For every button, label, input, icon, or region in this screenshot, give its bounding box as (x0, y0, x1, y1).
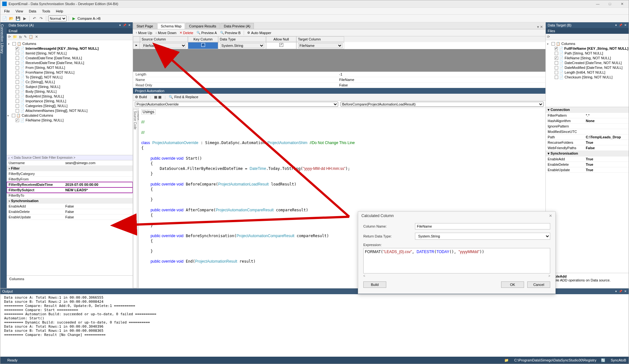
menu-help[interactable]: Help (53, 9, 66, 14)
column-name-input[interactable] (415, 223, 550, 229)
pa-find-button[interactable]: 🔍 Find & Replace (169, 95, 198, 99)
copy-icon[interactable]: 📋 (29, 35, 33, 39)
ok-button[interactable]: OK (501, 281, 524, 288)
pa-toolbar: ⚙ Build | ▦ ▦ | 🔍 Find & Replace (133, 94, 545, 101)
menubar: File View Data Tools Help (0, 8, 629, 15)
pa-method-select[interactable]: BeforeCompare(ProjectAutomationLoadResul… (341, 102, 544, 107)
toolbar-run-icon[interactable]: ▶ (22, 16, 27, 21)
refresh-icon[interactable]: ⟳ (547, 35, 550, 39)
pencil-icon[interactable]: ✎ (24, 35, 27, 39)
tab-compare-results[interactable]: Compare Results (186, 23, 220, 29)
row-indicator-icon: ▸ (133, 42, 140, 49)
dialog-title: Calculated Column (361, 214, 394, 218)
return-type-select[interactable]: System.String (415, 233, 550, 240)
sidebar-tab-connection-library[interactable]: Connection Library (0, 22, 7, 288)
menu-tools[interactable]: Tools (40, 9, 53, 14)
build-button[interactable]: Build (363, 281, 386, 288)
data-type-select[interactable]: System.String (220, 43, 264, 48)
action-move-down[interactable]: ↓Move Down (155, 31, 176, 35)
property-description: Columns (7, 275, 133, 288)
key-column-checkbox[interactable] (201, 43, 205, 47)
action-auto-mapper[interactable]: ⚙Auto Mapper (247, 31, 271, 35)
source-mini-toolbar: ⟳ 📁 fx ✎ 📋 ✕ (7, 34, 133, 40)
connection-description: EnableAdd Enable ADD operations on Data … (546, 273, 629, 288)
project-automation-header: Project Automation (133, 88, 545, 94)
property-grid[interactable]: Usernamesean@simego.comFilterFilterByCat… (7, 160, 133, 220)
delete-icon[interactable]: ✕ (35, 35, 38, 39)
close-button[interactable]: ✕ (617, 2, 627, 6)
menu-file[interactable]: File (2, 9, 12, 14)
data-target-b-header: Data Target (B) ▾📌✕ (546, 22, 629, 28)
maximize-button[interactable]: □ (605, 2, 615, 6)
app-icon (2, 2, 7, 6)
panel-pin-icon[interactable]: 📌 (123, 24, 126, 27)
pa-class-select[interactable]: ProjectAutomationOverride (135, 102, 338, 107)
refresh-icon[interactable]: ⟳ (8, 35, 11, 39)
status-path: 📁 C:\ProgramData\Simego\DataSyncStudio30… (504, 358, 596, 362)
schema-grid[interactable]: Source Column Key Column Data Type Allow… (133, 36, 545, 72)
main-toolbar: 📄 📂 💾 ▶ ↶ ↷ Normal ▶ Compare A->B (0, 15, 629, 22)
header-source-column: Source Column (140, 36, 188, 42)
target-mini-toolbar: ⟳ (546, 34, 629, 40)
connection-properties[interactable]: ▾ ConnectionFilterPattern*.*HashAlgorith… (546, 107, 629, 273)
action-preview-a[interactable]: 🔍Preview A (196, 31, 217, 35)
files-subheader: Files (546, 28, 629, 34)
column-details: Length-1NameFileNameRead OnlyFalse (133, 72, 545, 88)
schema-action-bar: ↑Move Up ↓Move Down ✕Delete 🔍Preview A 🔍… (133, 29, 545, 36)
toolbar-mode-select[interactable]: Normal (48, 16, 67, 21)
dialog-close-icon[interactable]: ✕ (549, 214, 552, 218)
titlebar: ExportEmail - Data Synchronisation Studi… (0, 0, 629, 8)
center-tabs: Start Page Schema Map Compare Results Da… (133, 22, 545, 29)
data-source-a-header: Data Source (A) ▾📌✕ (7, 22, 133, 28)
output-log[interactable]: Data source A: Total Rows:1 in 00:00:00.… (0, 294, 629, 357)
toolbar-new-icon[interactable]: 📄 (2, 16, 7, 21)
filter-expression-bar[interactable]: ⌕ < Data Source Client Side Filter Expre… (7, 155, 133, 160)
minimize-button[interactable]: — (593, 2, 603, 6)
cancel-button[interactable]: Cancel (527, 281, 550, 288)
fx-icon[interactable]: fx (19, 35, 22, 39)
status-ready: Ready (7, 358, 18, 362)
expression-label: Expression: (363, 243, 411, 247)
pa-build-button[interactable]: ⚙ Build (135, 95, 147, 99)
toolbar-redo-icon[interactable]: ↷ (38, 16, 44, 21)
email-subheader: Email (7, 28, 133, 34)
header-allow-null: Allow Null (266, 36, 296, 42)
tab-data-preview[interactable]: Data Preview (A) (220, 23, 254, 29)
toolbar-save-icon[interactable]: 💾 (15, 16, 21, 21)
status-sync: 🔄 SyncAtoB (601, 358, 626, 362)
return-type-label: Return Data Type: (363, 234, 411, 238)
expression-input[interactable]: FORMAT("LEADS_{0}.csv", DATESTR(TODAY(),… (363, 248, 550, 273)
tab-start-page[interactable]: Start Page (133, 23, 157, 29)
allow-null-checkbox[interactable] (279, 43, 283, 47)
source-column-select[interactable]: FileName (142, 43, 186, 48)
toolbar-undo-icon[interactable]: ↶ (32, 16, 37, 21)
toolbar-open-icon[interactable]: 📂 (8, 16, 14, 21)
tab-schema-map[interactable]: Schema Map (157, 23, 185, 29)
window-title: ExportEmail - Data Synchronisation Studi… (9, 2, 593, 6)
folder-icon[interactable]: 📁 (13, 35, 17, 39)
toolbar-compare-play-icon[interactable]: ▶ (71, 16, 77, 21)
column-name-label: Column Name: (363, 224, 411, 228)
header-target-column: Target Column (296, 36, 344, 42)
panel-close-icon[interactable]: ✕ (128, 24, 131, 27)
calculated-column-dialog: Calculated Column ✕ Column Name: Return … (358, 211, 556, 294)
toolbar-compare-label[interactable]: Compare A->B (78, 17, 100, 20)
panel-dropdown-icon[interactable]: ▾ (119, 24, 121, 27)
tabs-dropdown-icon[interactable]: ▾ ✕ (535, 25, 545, 29)
code-tabs[interactable]: Source Code Output (133, 108, 139, 288)
action-move-up[interactable]: ↑Move Up (136, 31, 152, 35)
target-columns-tree[interactable]: ▾ 📋 Columns 📄 FullFileName [KEY ,String,… (546, 40, 629, 107)
pa-toggle-icon[interactable]: ▦ ▦ (154, 95, 161, 99)
menu-data[interactable]: Data (26, 9, 39, 14)
target-column-select[interactable]: FileName (298, 43, 343, 48)
menu-view[interactable]: View (13, 9, 26, 14)
header-data-type: Data Type (218, 36, 266, 42)
action-preview-b[interactable]: 🔍Preview B (220, 31, 241, 35)
source-columns-tree[interactable]: ▾ 📋 Columns 📄 InternetMessageId [KEY ,St… (7, 40, 133, 155)
action-delete[interactable]: ✕Delete (180, 31, 193, 35)
header-key-column: Key Column (188, 36, 218, 42)
funnel-icon: ⌕ (8, 156, 10, 159)
statusbar: Ready 📁 C:\ProgramData\Simego\DataSyncSt… (0, 357, 629, 364)
